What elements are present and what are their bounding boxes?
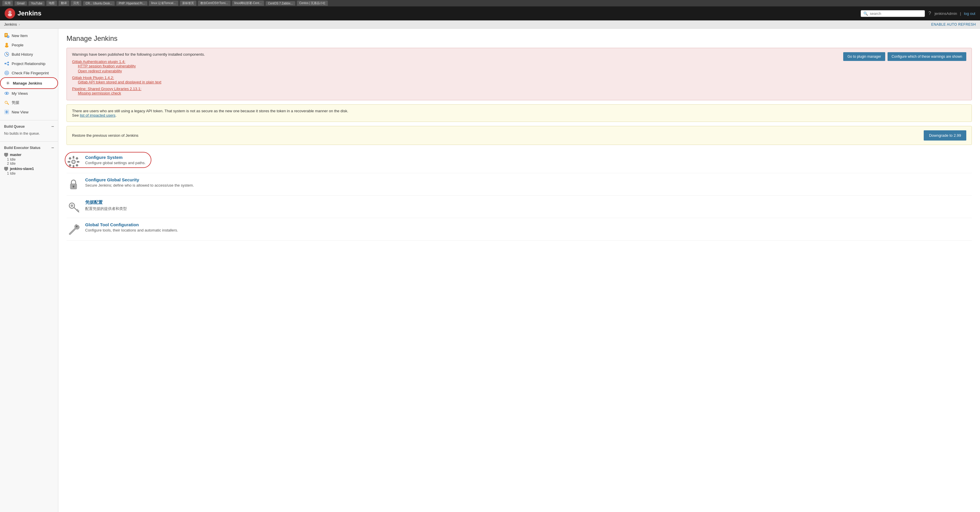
sidebar-item-my-views[interactable]: My Views <box>0 89 58 98</box>
svg-rect-45 <box>68 164 72 167</box>
jenkins-header: Jenkins 🔍 ? jenkinsAdmin | log out <box>0 6 980 21</box>
warning-buttons: Go to plugin manager Configure which of … <box>843 52 966 61</box>
svg-rect-34 <box>5 156 7 157</box>
browser-tab[interactable]: Gmail <box>14 1 27 6</box>
search-box[interactable]: 🔍 <box>861 10 925 17</box>
browser-tab[interactable]: 翻译 <box>59 1 69 6</box>
svg-point-15 <box>5 63 6 64</box>
global-tool-config-desc: Configure tools, their locations and aut… <box>85 228 178 232</box>
browser-tab[interactable]: 新标签页 <box>180 1 196 6</box>
svg-point-11 <box>5 45 8 48</box>
sidebar-item-manage-jenkins-label: Manage Jenkins <box>13 81 42 86</box>
downgrade-button[interactable]: Downgrade to 2.99 <box>924 130 966 140</box>
manage-item-configure-system: Configure System Configure global settin… <box>67 151 972 173</box>
jenkins-logo-icon <box>5 8 15 19</box>
sidebar-item-project-relationship[interactable]: Project Relationship <box>0 59 58 68</box>
fingerprint-icon <box>4 70 10 76</box>
search-input[interactable] <box>870 11 922 16</box>
svg-point-56 <box>76 226 78 227</box>
global-tool-config-text: Global Tool Configuration Configure tool… <box>85 222 178 232</box>
svg-point-47 <box>72 161 75 163</box>
browser-tab[interactable]: 贝壳 <box>71 1 81 6</box>
browser-tab[interactable]: 应用 <box>2 1 13 6</box>
enable-auto-refresh-link[interactable]: ENABLE AUTO REFRESH <box>931 22 976 27</box>
jenkins-logo-text: Jenkins <box>18 10 41 17</box>
browser-tab[interactable]: YouTube <box>29 1 45 6</box>
global-tool-config-title[interactable]: Global Tool Configuration <box>85 222 178 227</box>
sidebar-item-build-history[interactable]: Build History <box>0 49 58 59</box>
credentials-config-text: 凭据配置 配置凭据的提供者和类型 <box>85 200 127 211</box>
help-icon[interactable]: ? <box>928 11 931 16</box>
main-layout: New Item People Build History <box>0 29 980 512</box>
page-title: Manage Jenkins <box>67 34 972 43</box>
manage-item-credentials-config: 凭据配置 配置凭据的提供者和类型 <box>67 196 972 218</box>
svg-point-2 <box>9 12 10 12</box>
browser-tab[interactable]: Centos | 瓦塞品小社 <box>297 1 328 6</box>
content-area: Manage Jenkins Warnings have been publis… <box>58 29 980 512</box>
lock-icon-wrapper <box>67 177 81 191</box>
go-to-plugin-manager-button[interactable]: Go to plugin manager <box>843 52 885 61</box>
browser-tab[interactable]: CentOS 7 Zabbix... <box>266 1 295 6</box>
breadcrumb: Jenkins › <box>4 22 20 27</box>
svg-line-19 <box>6 64 8 64</box>
svg-point-17 <box>8 64 9 65</box>
logout-link[interactable]: log out <box>964 11 975 16</box>
warning-content: Warnings have been published for the fol… <box>72 52 840 96</box>
browser-tab[interactable]: CR... Ubuntu Desk... <box>83 1 115 6</box>
executor-slave1-slot-1: 1 Idle <box>0 172 58 175</box>
svg-line-54 <box>77 209 78 210</box>
sidebar-item-people-label: People <box>12 43 23 47</box>
svg-rect-44 <box>76 157 78 160</box>
svg-rect-50 <box>73 186 74 188</box>
build-queue-title: Build Queue <box>4 124 25 129</box>
warning-plugin-1-link[interactable]: Gitlab Authentication plugin 1.4: <box>72 59 126 64</box>
browser-tab[interactable]: 地图 <box>46 1 57 6</box>
impacted-users-link[interactable]: list of impacted users <box>80 113 116 118</box>
svg-point-26 <box>5 101 7 103</box>
browser-tab[interactable]: linux网站部署-Cent... <box>232 1 264 6</box>
sidebar-item-people[interactable]: People <box>0 40 58 49</box>
sidebar-item-new-item[interactable]: New Item <box>0 31 58 40</box>
warning-plugin-2-vuln-1[interactable]: Gitlab API token stored and displayed in… <box>78 80 840 84</box>
sidebar-item-manage-jenkins[interactable]: Manage Jenkins <box>1 78 57 88</box>
clock-icon <box>4 52 10 57</box>
warning-plugin-3-link[interactable]: Pipeline: Shared Groovy Libraries 2.13.1… <box>72 87 142 91</box>
configure-global-security-title[interactable]: Configure Global Security <box>85 177 194 182</box>
configure-warnings-button[interactable]: Configure which of these warnings are sh… <box>888 52 966 61</box>
breadcrumb-jenkins[interactable]: Jenkins <box>4 22 17 27</box>
browser-tab[interactable]: PHP: Hypertext Pr... <box>116 1 147 6</box>
credentials-config-title[interactable]: 凭据配置 <box>85 200 127 205</box>
sidebar-item-credentials[interactable]: 凭据 <box>0 98 58 107</box>
sidebar-item-new-view[interactable]: New View <box>0 107 58 117</box>
legacy-token-text: There are users who are still using a le… <box>72 109 348 113</box>
warning-plugin-1-vuln-2[interactable]: Open redirect vulnerability <box>78 69 840 73</box>
configure-system-text: Configure System Configure global settin… <box>85 155 146 165</box>
browser-tab[interactable]: linux 让省Tomcat... <box>149 1 178 6</box>
document-icon <box>4 33 10 38</box>
svg-rect-42 <box>77 161 80 163</box>
build-queue-collapse[interactable]: − <box>51 124 54 129</box>
person-icon <box>4 42 10 48</box>
breadcrumb-bar: Jenkins › ENABLE AUTO REFRESH <box>0 21 980 29</box>
warning-plugin-3: Pipeline: Shared Groovy Libraries 2.13.1… <box>72 87 840 95</box>
configure-system-title[interactable]: Configure System <box>85 155 146 160</box>
warning-plugin-1-vuln-1[interactable]: HTTP session fixation vulnerability <box>78 64 840 68</box>
svg-rect-33 <box>6 156 7 156</box>
svg-rect-36 <box>6 170 7 170</box>
sidebar-item-check-file-fingerprint[interactable]: Check File Fingerprint <box>0 68 58 78</box>
browser-tab[interactable]: 教你CentOS中Tomi... <box>198 1 231 6</box>
sidebar-item-my-views-label: My Views <box>12 91 28 95</box>
username-label: jenkinsAdmin <box>934 11 957 16</box>
warning-banner: Warnings have been published for the fol… <box>67 48 972 100</box>
svg-rect-39 <box>73 156 75 159</box>
jenkins-logo[interactable]: Jenkins <box>5 8 41 19</box>
build-executor-title: Build Executor Status <box>4 146 41 150</box>
build-executor-header: Build Executor Status − <box>0 144 58 152</box>
svg-point-1 <box>8 13 12 16</box>
warning-plugin-2-link[interactable]: Gitlab Hook Plugin 1.4.2: <box>72 76 114 80</box>
plus-icon <box>4 109 10 114</box>
credentials-config-desc: 配置凭据的提供者和类型 <box>85 207 127 211</box>
warning-plugin-3-vuln-1[interactable]: Missing permission check <box>78 91 840 95</box>
build-executor-collapse[interactable]: − <box>51 145 54 151</box>
warning-plugin-1: Gitlab Authentication plugin 1.4: HTTP s… <box>72 59 840 73</box>
